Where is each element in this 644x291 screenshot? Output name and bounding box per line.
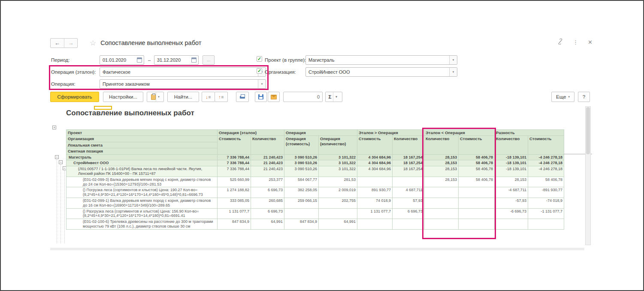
send-button[interactable] (268, 92, 280, 102)
row-value-cell[interactable]: 3 101,322 (319, 166, 357, 177)
row-value-cell[interactable] (357, 177, 393, 187)
row-value-cell[interactable] (459, 208, 495, 219)
row-description[interactable]: (Е01-02-099-3) Валка деревьев мягких пор… (67, 177, 218, 187)
row-value-cell[interactable]: 7 336 788,44 (218, 166, 251, 177)
row-value-cell[interactable]: 847 834,9 (284, 219, 319, 230)
header-organization[interactable]: Организация (67, 136, 218, 142)
group-collapse-toggle[interactable]: − (59, 160, 63, 164)
table-row[interactable]: СтройИнвест ООО7 336 788,4421 240,4233 0… (67, 160, 564, 166)
table-row[interactable]: (Е01-02-100-6) Трелевка древесины на рас… (67, 219, 564, 230)
row-value-cell[interactable]: -4 246 278,18 (528, 160, 564, 166)
period-more-button[interactable]: ... (203, 55, 215, 65)
menu-dots-icon[interactable]: ⋮ (573, 39, 578, 45)
row-value-cell[interactable]: 18 167,254 (393, 154, 424, 160)
row-value-cell[interactable]: 891 930,77 (357, 187, 393, 198)
row-value-cell[interactable]: 3 090 510,26 (284, 160, 319, 166)
row-value-cell[interactable]: 64,991 (319, 219, 357, 230)
row-value-cell[interactable]: 1 274 188,82 (218, 187, 251, 198)
row-value-cell[interactable]: -18 139,101 (495, 154, 528, 160)
row-value-cell[interactable]: 333 085,05 (218, 198, 251, 208)
organization-checkbox[interactable]: ✓ (257, 68, 262, 74)
row-value-cell[interactable]: 28,153 (424, 160, 459, 166)
sigma-split-button[interactable]: Σ ▾ (325, 92, 342, 102)
table-row[interactable]: (Е01-02-099-1) Валка деревьев мягких пор… (67, 198, 564, 208)
header-subcol[interactable]: Количество (424, 136, 459, 154)
row-value-cell[interactable]: -4 687,711 (495, 187, 528, 198)
row-value-cell[interactable]: 6 696,73 (251, 208, 284, 219)
row-value-cell[interactable]: 2 009,019 (319, 187, 357, 198)
row-value-cell[interactable]: -6 696,73 (495, 208, 528, 219)
row-value-cell[interactable]: 3 101,322 (319, 160, 357, 166)
row-value-cell[interactable]: 58 406,78 (459, 154, 495, 160)
row-description[interactable]: (Е01-02-100-6) Трелевка древесины на рас… (67, 219, 218, 230)
row-value-cell[interactable]: 525 660,99 (218, 177, 251, 187)
operation-etalon-combobox[interactable]: Фактическое ▾ (100, 67, 266, 77)
chevron-down-icon[interactable]: ▾ (258, 80, 266, 88)
row-value-cell[interactable] (424, 187, 459, 198)
row-value-cell[interactable]: 64,991 (251, 219, 284, 230)
row-value-cell[interactable]: 3 090 510,26 (284, 154, 319, 160)
clipboard-split-button[interactable]: ▾ (147, 92, 164, 102)
header-subcol[interactable]: Количество (251, 136, 284, 154)
row-value-cell[interactable]: 584 067,77 (284, 177, 319, 187)
row-value-cell[interactable]: 58 406,78 (528, 177, 564, 187)
row-value-cell[interactable]: 1 131 077,7 (218, 208, 251, 219)
sum-field[interactable]: 0 (283, 92, 323, 102)
row-value-cell[interactable]: 4 304 684,96 (357, 154, 393, 160)
row-value-cell[interactable] (284, 208, 319, 219)
generate-button[interactable]: Сформировать (50, 92, 99, 102)
chevron-down-icon[interactable]: ▾ (333, 92, 339, 102)
project-checkbox[interactable]: ✓ (257, 56, 262, 62)
horizontal-scrollbar[interactable] (50, 248, 584, 250)
header-subcol[interactable]: Стоимость (459, 136, 495, 154)
row-value-cell[interactable]: 4 304 684,96 (357, 160, 393, 166)
row-value-cell[interactable]: 4 687,711 (393, 187, 424, 198)
row-description[interactable]: СтройИнвест ООО (67, 160, 218, 166)
header-project[interactable]: Проект (67, 130, 218, 136)
row-value-cell[interactable]: 58 406,78 (459, 166, 495, 177)
row-value-cell[interactable] (459, 219, 495, 230)
print-button[interactable] (236, 92, 249, 102)
header-subcol[interactable]: Стоимость (218, 136, 251, 154)
row-value-cell[interactable] (424, 219, 459, 230)
more-button[interactable]: Еще▾ (551, 92, 574, 102)
chevron-down-icon[interactable]: ▾ (449, 56, 457, 64)
header-subcol[interactable]: Количество (393, 136, 424, 154)
row-value-cell[interactable]: 18 167,254 (393, 160, 424, 166)
link-icon[interactable] (557, 39, 563, 46)
project-combobox[interactable]: Магистраль ▾ (305, 55, 457, 65)
help-button[interactable]: ? (578, 92, 590, 102)
row-value-cell[interactable]: 382 258,05 (284, 187, 319, 198)
row-value-cell[interactable]: 281,53 (319, 177, 357, 187)
row-value-cell[interactable]: 7 336 788,44 (218, 160, 251, 166)
header-subcol[interactable]: Стоимость (528, 136, 564, 154)
row-value-cell[interactable]: 847 834,9 (218, 219, 251, 230)
row-value-cell[interactable] (459, 187, 495, 198)
row-value-cell[interactable]: 58 406,78 (459, 160, 495, 166)
row-description[interactable]: (Е01-02-099-1) Валка деревьев мягких пор… (67, 198, 218, 208)
row-value-cell[interactable]: 253,377 (251, 177, 284, 187)
row-value-cell[interactable]: 1 131 077,7 (357, 208, 393, 219)
row-value-cell[interactable]: 4 304 684,96 (357, 166, 393, 177)
row-value-cell[interactable]: 28,153 (495, 177, 528, 187)
row-value-cell[interactable] (459, 198, 495, 208)
row-value-cell[interactable] (393, 177, 424, 187)
chevron-down-icon[interactable]: ▾ (156, 92, 162, 102)
row-value-cell[interactable]: 21 240,423 (251, 160, 284, 166)
row-value-cell[interactable]: 21 240,423 (251, 166, 284, 177)
row-value-cell[interactable]: 260,685 (251, 198, 284, 208)
row-value-cell[interactable]: -18 139,101 (495, 166, 528, 177)
forward-button[interactable]: → (64, 39, 77, 48)
row-value-cell[interactable]: 28,153 (424, 166, 459, 177)
header-subcol[interactable]: Операция (стоимость) (284, 136, 319, 154)
row-value-cell[interactable]: 28,153 (424, 177, 459, 187)
date-from-field[interactable]: 01.01.2020 (100, 55, 144, 65)
table-row[interactable]: () Погрузка леса (сортиментов и хлыстов)… (67, 187, 564, 198)
row-value-cell[interactable] (319, 208, 357, 219)
row-value-cell[interactable]: -74 018,9 (528, 198, 564, 208)
operation-combobox[interactable]: Принятое заказчиком ▾ (100, 79, 266, 89)
row-value-cell[interactable]: 3 101,322 (319, 154, 357, 160)
group-collapse-toggle[interactable]: − (55, 155, 59, 159)
save-button[interactable] (255, 92, 267, 102)
row-value-cell[interactable]: 6 696,73 (251, 187, 284, 198)
